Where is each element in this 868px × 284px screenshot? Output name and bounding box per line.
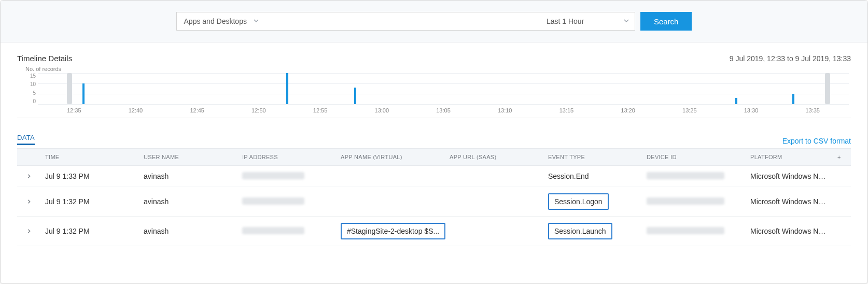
- cell-event: Session.Logon: [544, 187, 642, 217]
- xaxis-tick: 13:20: [621, 107, 635, 113]
- header-url[interactable]: APP URL (SAAS): [445, 149, 544, 166]
- cell-trailing: [833, 187, 851, 217]
- scrub-handle-right[interactable]: [825, 73, 830, 104]
- xaxis-tick: 12:35: [67, 107, 81, 113]
- xaxis-tick: 13:35: [805, 107, 820, 113]
- cell-ip: redacted: [238, 187, 337, 217]
- tab-data[interactable]: DATA: [17, 134, 35, 145]
- chart-bars: [38, 73, 849, 104]
- scope-dropdown[interactable]: Apps and Desktops: [176, 12, 264, 31]
- cell-event: Session.Launch: [544, 217, 642, 246]
- header-device[interactable]: DEVICE ID: [642, 149, 746, 166]
- header-event[interactable]: EVENT TYPE: [544, 149, 642, 166]
- cell-time: Jul 9 1:33 PM: [41, 166, 139, 187]
- timeline-header: Timeline Details 9 Jul 2019, 12:33 to 9 …: [17, 54, 851, 63]
- cell-app: [337, 187, 445, 217]
- app-frame: Apps and Desktops Last 1 Hour Search Tim…: [0, 0, 868, 284]
- header-ip[interactable]: IP ADDRESS: [238, 149, 337, 166]
- header-app[interactable]: APP NAME (VIRTUAL): [337, 149, 445, 166]
- cell-event: Session.End: [544, 166, 642, 187]
- highlight-box: Session.Logon: [548, 193, 609, 210]
- xaxis-tick: 13:30: [744, 107, 759, 113]
- cell-trailing: [833, 166, 851, 187]
- yaxis-title: No. of records: [25, 66, 851, 72]
- search-button[interactable]: Search: [640, 12, 692, 31]
- timeline-chart: No. of records 151050 12:3512:4012:4512:…: [17, 66, 851, 118]
- xaxis-tick: 13:00: [375, 107, 389, 113]
- chevron-down-icon: [623, 17, 629, 25]
- xaxis-tick: 12:50: [251, 107, 266, 113]
- table-header-row: TIME USER NAME IP ADDRESS APP NAME (VIRT…: [17, 149, 851, 166]
- cell-user: avinash: [139, 217, 238, 246]
- header-platform[interactable]: PLATFORM: [746, 149, 833, 166]
- cell-ip: redacted: [238, 166, 337, 187]
- table-row: Jul 9 1:33 PMavinashredactedSession.Endr…: [17, 166, 851, 187]
- xaxis-tick: 13:15: [559, 107, 574, 113]
- cell-trailing: [833, 217, 851, 246]
- expand-row-toggle[interactable]: [17, 166, 41, 187]
- cell-user: avinash: [139, 187, 238, 217]
- cell-device: redacted: [642, 217, 746, 246]
- export-csv-link[interactable]: Export to CSV format: [782, 137, 851, 145]
- yaxis-tick: 5: [20, 90, 36, 96]
- chart-bar[interactable]: [286, 73, 288, 104]
- data-section-header: DATA Export to CSV format: [17, 134, 851, 145]
- cell-device: redacted: [642, 166, 746, 187]
- cell-platform: Microsoft Windows NT 10....: [746, 217, 833, 246]
- timeline-title: Timeline Details: [17, 54, 72, 63]
- table-row: Jul 9 1:32 PMavinashredactedSession.Logo…: [17, 187, 851, 217]
- timeline-range: 9 Jul 2019, 12:33 to 9 Jul 2019, 13:33: [730, 54, 851, 63]
- chevron-right-icon: [26, 227, 32, 235]
- chevron-down-icon: [253, 17, 259, 25]
- xaxis-tick: 13:05: [436, 107, 451, 113]
- time-range-dropdown[interactable]: Last 1 Hour: [539, 12, 635, 31]
- search-input[interactable]: [264, 12, 539, 31]
- add-column-button[interactable]: +: [833, 149, 851, 166]
- yaxis-tick: 10: [20, 81, 36, 87]
- chart-bar[interactable]: [354, 88, 356, 104]
- cell-ip: redacted: [238, 217, 337, 246]
- header-time[interactable]: TIME: [41, 149, 139, 166]
- chart-bar[interactable]: [82, 83, 85, 104]
- cell-url: [445, 166, 544, 187]
- yaxis-tick: 15: [20, 73, 36, 79]
- expand-row-toggle[interactable]: [17, 217, 41, 246]
- xaxis-tick: 12:55: [313, 107, 328, 113]
- yaxis-tick: 0: [20, 98, 36, 104]
- xaxis-tick: 13:25: [682, 107, 697, 113]
- table-row: Jul 9 1:32 PMavinashredacted#StagingSite…: [17, 217, 851, 246]
- chart-plot[interactable]: 151050: [38, 73, 849, 104]
- search-row: Apps and Desktops Last 1 Hour Search: [176, 12, 692, 31]
- xaxis-tick: 12:45: [190, 107, 204, 113]
- search-toolbar: Apps and Desktops Last 1 Hour Search: [1, 1, 867, 42]
- xaxis-tick: 12:40: [129, 107, 143, 113]
- chevron-right-icon: [26, 197, 32, 206]
- cell-platform: Microsoft Windows NT 10....: [746, 166, 833, 187]
- cell-app: #StagingSite-2-desktop $S...: [337, 217, 445, 246]
- redacted-value: redacted: [242, 172, 304, 179]
- xaxis-tick: 13:10: [498, 107, 512, 113]
- xaxis-ticks: 12:3512:4012:4512:5012:5513:0013:0513:10…: [38, 104, 849, 113]
- content-area: Timeline Details 9 Jul 2019, 12:33 to 9 …: [1, 42, 867, 246]
- cell-device: redacted: [642, 187, 746, 217]
- cell-time: Jul 9 1:32 PM: [41, 217, 139, 246]
- highlight-box: #StagingSite-2-desktop $S...: [341, 223, 445, 239]
- data-table: TIME USER NAME IP ADDRESS APP NAME (VIRT…: [17, 148, 851, 246]
- cell-user: avinash: [139, 166, 238, 187]
- chart-bar[interactable]: [792, 94, 794, 104]
- scope-dropdown-label: Apps and Desktops: [184, 17, 247, 25]
- cell-time: Jul 9 1:32 PM: [41, 187, 139, 217]
- chevron-right-icon: [26, 172, 32, 180]
- highlight-box: Session.Launch: [548, 223, 612, 239]
- redacted-value: redacted: [242, 197, 304, 205]
- cell-url: [445, 217, 544, 246]
- expand-row-toggle[interactable]: [17, 187, 41, 217]
- header-expand: [17, 149, 41, 166]
- redacted-value: redacted: [242, 227, 304, 234]
- redacted-value: redacted: [647, 197, 724, 205]
- time-range-label: Last 1 Hour: [547, 17, 584, 25]
- chart-bar[interactable]: [735, 98, 737, 104]
- cell-app: [337, 166, 445, 187]
- redacted-value: redacted: [647, 172, 724, 179]
- header-user[interactable]: USER NAME: [139, 149, 238, 166]
